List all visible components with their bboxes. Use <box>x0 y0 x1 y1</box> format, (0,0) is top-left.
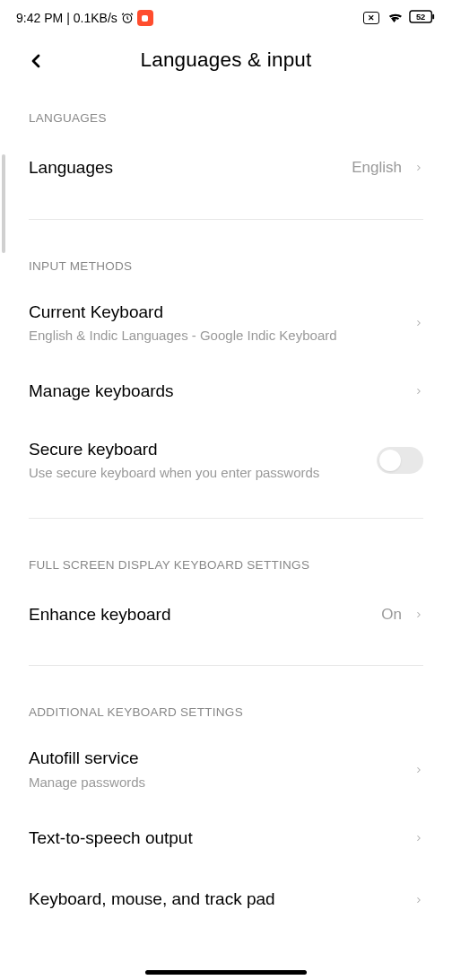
item-title: Enhance keyboard <box>29 604 381 626</box>
status-bar: 9:42 PM | 0.1KB/s ✕ 52 <box>0 0 452 32</box>
page-title: Languages & input <box>18 48 434 72</box>
content-area: LANGUAGES Languages English INPUT METHOD… <box>0 99 452 931</box>
status-time: 9:42 PM <box>16 11 63 25</box>
back-button[interactable] <box>23 48 48 74</box>
item-subtitle: English & Indic Languages - Google Indic… <box>29 327 414 345</box>
svg-rect-2 <box>432 14 434 20</box>
chevron-right-icon <box>414 831 423 845</box>
item-title: Manage keyboards <box>29 381 414 403</box>
autofill-service-item[interactable]: Autofill service Manage passwords <box>29 731 423 807</box>
item-title: Secure keyboard <box>29 439 377 461</box>
svg-text:52: 52 <box>416 13 425 22</box>
chevron-right-icon <box>414 608 423 622</box>
divider <box>29 219 423 220</box>
battery-icon: 52 <box>409 10 436 26</box>
chevron-right-icon <box>414 763 423 777</box>
item-subtitle: Use secure keyboard when you enter passw… <box>29 464 377 482</box>
wifi-icon <box>387 9 402 27</box>
languages-item[interactable]: Languages English <box>29 137 423 199</box>
section-header-additional: ADDITIONAL KEYBOARD SETTINGS <box>29 693 423 731</box>
status-bar-right: ✕ 52 <box>363 9 436 27</box>
enhance-keyboard-item[interactable]: Enhance keyboard On <box>29 584 423 646</box>
item-title: Autofill service <box>29 748 414 770</box>
item-title: Languages <box>29 157 352 179</box>
item-title: Text-to-speech output <box>29 827 414 850</box>
mobile-data-off-icon: ✕ <box>363 12 379 24</box>
chevron-right-icon <box>414 893 423 907</box>
secure-keyboard-toggle[interactable] <box>377 447 423 474</box>
divider <box>29 665 423 666</box>
current-keyboard-item[interactable]: Current Keyboard English & Indic Languag… <box>29 285 423 361</box>
screen-record-icon <box>137 10 153 26</box>
item-title: Keyboard, mouse, and track pad <box>29 888 414 911</box>
scroll-indicator <box>2 154 5 253</box>
chevron-right-icon <box>414 161 423 175</box>
chevron-right-icon <box>414 316 423 330</box>
chevron-right-icon <box>414 384 423 398</box>
divider <box>29 518 423 519</box>
section-header-input-methods: INPUT METHODS <box>29 247 423 285</box>
section-header-languages: LANGUAGES <box>29 99 423 137</box>
keyboard-mouse-trackpad-item[interactable]: Keyboard, mouse, and track pad <box>29 869 423 931</box>
alarm-icon <box>121 12 134 24</box>
status-data-rate: 0.1KB/s <box>74 11 117 25</box>
home-indicator[interactable] <box>145 970 307 975</box>
manage-keyboards-item[interactable]: Manage keyboards <box>29 361 423 423</box>
text-to-speech-item[interactable]: Text-to-speech output <box>29 808 423 870</box>
status-separator: | <box>66 11 70 25</box>
secure-keyboard-item[interactable]: Secure keyboard Use secure keyboard when… <box>29 423 423 498</box>
status-bar-left: 9:42 PM | 0.1KB/s <box>16 10 153 26</box>
item-title: Current Keyboard <box>29 302 414 324</box>
page-header: Languages & input <box>0 32 452 99</box>
item-value: On <box>381 606 402 624</box>
item-value: English <box>352 159 402 177</box>
chevron-left-icon <box>25 50 47 72</box>
section-header-fullscreen: FULL SCREEN DISPLAY KEYBOARD SETTINGS <box>29 546 423 584</box>
item-subtitle: Manage passwords <box>29 774 414 792</box>
